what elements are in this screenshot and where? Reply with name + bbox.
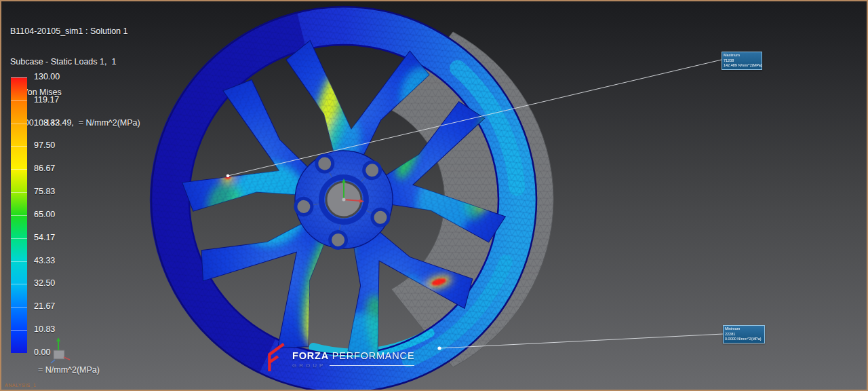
legend-colorbar[interactable] (11, 77, 27, 353)
result-range: : 0.00, : 142.49, = N/mm^2(MPa) (10, 118, 140, 128)
cae-viewport-window: B1104-20105_sim1 : Solution 1 Subcase - … (0, 0, 868, 391)
min-annotation-title: Minimum (725, 327, 763, 332)
max-annotation[interactable]: Maximum 71208 142.489 N/mm^2(MPa) (722, 52, 762, 70)
brand-primary: FORZA (292, 350, 329, 361)
legend-tick-label: 10.83 (34, 324, 55, 334)
legend-tick-label: 97.50 (34, 141, 55, 150)
max-annotation-value: 142.489 N/mm^2(MPa) (724, 63, 760, 69)
solution-title: B1104-20105_sim1 : Solution 1 (10, 26, 140, 37)
brand-watermark: FORZA PERFORMANCE GROUP (263, 341, 414, 373)
legend-tick-label: 65.00 (34, 210, 55, 219)
brand-tagline: GROUP (292, 362, 326, 369)
result-header: B1104-20105_sim1 : Solution 1 Subcase - … (10, 6, 140, 149)
view-triad-icon[interactable] (51, 337, 70, 363)
legend-tick-label: 0.00 (34, 348, 50, 357)
legend-tick-label: 130.00 (34, 72, 60, 81)
legend-unit-label: = N/mm^2(MPa) (38, 365, 100, 375)
min-annotation-node: 22281 (725, 332, 763, 337)
legend-tick-label: 54.17 (34, 233, 55, 242)
max-annotation-node: 71208 (724, 58, 760, 64)
legend-tick-label: 32.50 (34, 278, 55, 288)
legend-tick-label: 119.17 (34, 95, 59, 105)
legend-tick-label: 86.67 (34, 164, 55, 173)
max-point-marker (226, 174, 230, 178)
legend-tick-label: 21.67 (34, 301, 55, 311)
view-name-label: ANALYSIS_1 (5, 383, 37, 388)
brand-underline (330, 365, 414, 366)
legend-tick-label: 75.83 (34, 187, 55, 196)
legend-tick-label: 43.33 (34, 256, 55, 265)
max-annotation-title: Maximum (724, 53, 760, 58)
legend-tick-label: 108.33 (34, 118, 60, 128)
brand-name: FORZA PERFORMANCE (292, 350, 414, 361)
result-type: - , Von Mises (10, 88, 140, 98)
min-annotation[interactable]: Minimum 22281 0.0000 N/mm^2(MPa) (723, 325, 765, 343)
subcase-label: Subcase - Static Loads 1, 1 (10, 57, 140, 67)
min-point-marker (437, 346, 441, 350)
brand-secondary: PERFORMANCE (329, 350, 414, 361)
forza-logo-icon (263, 341, 288, 373)
min-annotation-value: 0.0000 N/mm^2(MPa) (725, 337, 763, 342)
